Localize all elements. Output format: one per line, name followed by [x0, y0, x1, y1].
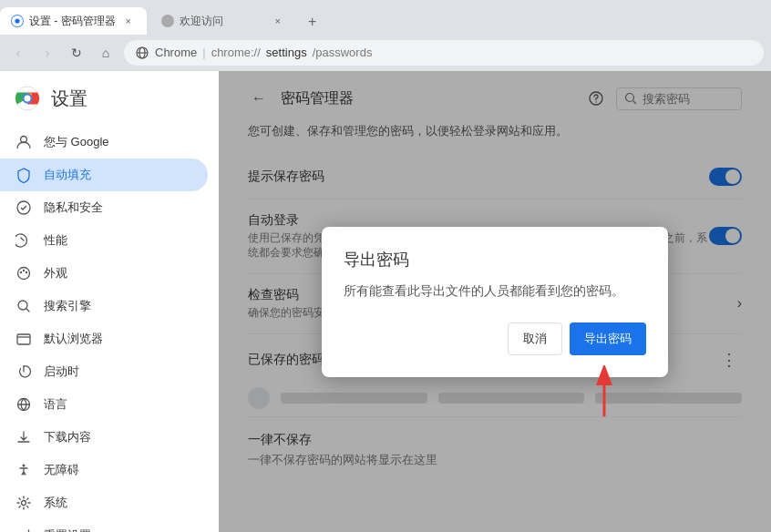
svg-point-10 — [20, 271, 22, 273]
red-arrow-indicator — [568, 365, 613, 423]
address-separator: | — [202, 46, 205, 59]
sidebar-item-label-performance: 性能 — [44, 232, 67, 249]
browser-icon — [15, 330, 33, 348]
site-security-icon — [135, 46, 149, 60]
sidebar-item-language[interactable]: 语言 — [0, 388, 208, 421]
sidebar-item-label-accessibility: 无障碍 — [44, 462, 79, 478]
sidebar-header: 设置 — [0, 78, 219, 126]
sidebar-item-account[interactable]: 您与 Google — [0, 126, 208, 159]
speed-icon — [15, 231, 33, 250]
palette-icon — [15, 264, 33, 282]
cancel-button[interactable]: 取消 — [508, 322, 562, 355]
settings-container: 设置 您与 Google 自动填充 隐私和安全 性能 — [0, 71, 771, 532]
sidebar-item-downloads[interactable]: 下载内容 — [0, 421, 208, 454]
welcome-tab[interactable]: 欢迎访问 × — [150, 7, 296, 35]
sidebar-item-performance[interactable]: 性能 — [0, 224, 208, 257]
address-input[interactable]: Chrome | chrome://settings/passwords — [124, 40, 764, 66]
sidebar-item-label-system: 系统 — [44, 495, 67, 511]
sidebar-item-default-browser[interactable]: 默认浏览器 — [0, 322, 208, 355]
address-bar-row: ‹ › ↻ ⌂ Chrome | chrome://settings/passw… — [0, 35, 771, 71]
sidebar-item-label-appearance: 外观 — [44, 265, 67, 281]
sidebar-item-label-default: 默认浏览器 — [44, 331, 103, 347]
search-icon — [15, 297, 33, 315]
reset-icon — [15, 527, 33, 532]
svg-point-8 — [17, 201, 30, 214]
dialog-overlay[interactable]: 导出密码 所有能查看此导出文件的人员都能看到您的密码。 取消 导出密码 — [219, 71, 771, 532]
settings-tab-label: 设置 - 密码管理器 — [29, 14, 116, 29]
address-url-prefix: chrome:// — [211, 46, 261, 59]
tab-bar: 设置 - 密码管理器 × 欢迎访问 × + — [0, 0, 771, 35]
sidebar-item-system[interactable]: 系统 — [0, 486, 208, 519]
dialog-title: 导出密码 — [344, 249, 646, 271]
svg-point-9 — [18, 268, 30, 280]
security-icon — [15, 199, 33, 217]
accessibility-icon — [15, 461, 33, 479]
new-tab-button[interactable]: + — [300, 9, 325, 35]
settings-icon — [15, 494, 33, 512]
sidebar-item-autofill[interactable]: 自动填充 — [0, 159, 208, 191]
svg-point-16 — [23, 465, 26, 467]
svg-point-13 — [18, 301, 27, 310]
svg-point-6 — [25, 96, 31, 102]
sidebar-item-label-language: 语言 — [44, 396, 67, 413]
sidebar-item-label-search: 搜索引擎 — [44, 298, 91, 314]
address-url-path: settings — [266, 46, 307, 59]
svg-point-11 — [23, 270, 25, 271]
forward-button[interactable]: › — [36, 42, 58, 64]
sidebar-item-privacy[interactable]: 隐私和安全 — [0, 191, 208, 224]
settings-tab[interactable]: 设置 - 密码管理器 × — [0, 7, 147, 35]
welcome-tab-label: 欢迎访问 — [180, 14, 223, 29]
settings-tab-close[interactable]: × — [121, 14, 136, 28]
sidebar: 设置 您与 Google 自动填充 隐私和安全 性能 — [0, 71, 219, 532]
address-url-suffix: /passwords — [313, 46, 373, 59]
welcome-tab-close[interactable]: × — [271, 14, 285, 28]
sidebar-item-label-autofill: 自动填充 — [44, 167, 91, 183]
address-site-name: Chrome — [155, 46, 197, 59]
power-icon — [15, 363, 33, 381]
browser-window: 设置 - 密码管理器 × 欢迎访问 × + ‹ › ↻ ⌂ Chrome | — [0, 0, 771, 71]
download-icon — [15, 428, 33, 446]
language-icon — [15, 395, 33, 414]
sidebar-item-search[interactable]: 搜索引擎 — [0, 290, 208, 322]
sidebar-item-label-startup: 启动时 — [44, 363, 79, 380]
sidebar-item-label-downloads: 下载内容 — [44, 429, 91, 445]
sidebar-item-reset[interactable]: 重置设置 — [0, 519, 208, 532]
dialog-actions: 取消 导出密码 — [344, 322, 646, 355]
person-icon — [15, 133, 33, 151]
back-button[interactable]: ‹ — [7, 42, 29, 64]
sidebar-title: 设置 — [51, 87, 87, 111]
settings-tab-icon — [11, 15, 24, 27]
main-content: ← 密码管理器 您可创建、保存和管理您的密码，以便轻松登录网站和应用。 — [219, 71, 771, 532]
svg-rect-14 — [17, 334, 30, 344]
welcome-tab-icon — [161, 15, 174, 27]
dialog-body: 所有能查看此导出文件的人员都能看到您的密码。 — [344, 281, 646, 301]
refresh-button[interactable]: ↻ — [66, 42, 87, 64]
export-button[interactable]: 导出密码 — [570, 322, 646, 355]
shield-icon — [15, 166, 33, 184]
svg-point-17 — [22, 501, 26, 506]
sidebar-item-label-account: 您与 Google — [44, 134, 109, 150]
sidebar-item-label-privacy: 隐私和安全 — [44, 200, 103, 216]
chrome-logo-icon — [15, 86, 40, 111]
svg-point-12 — [26, 271, 27, 273]
sidebar-item-accessibility[interactable]: 无障碍 — [0, 454, 208, 486]
sidebar-item-appearance[interactable]: 外观 — [0, 257, 208, 290]
sidebar-item-label-reset: 重置设置 — [44, 527, 91, 532]
sidebar-item-startup[interactable]: 启动时 — [0, 355, 208, 388]
export-dialog: 导出密码 所有能查看此导出文件的人员都能看到您的密码。 取消 导出密码 — [322, 227, 668, 377]
home-button[interactable]: ⌂ — [95, 42, 117, 64]
